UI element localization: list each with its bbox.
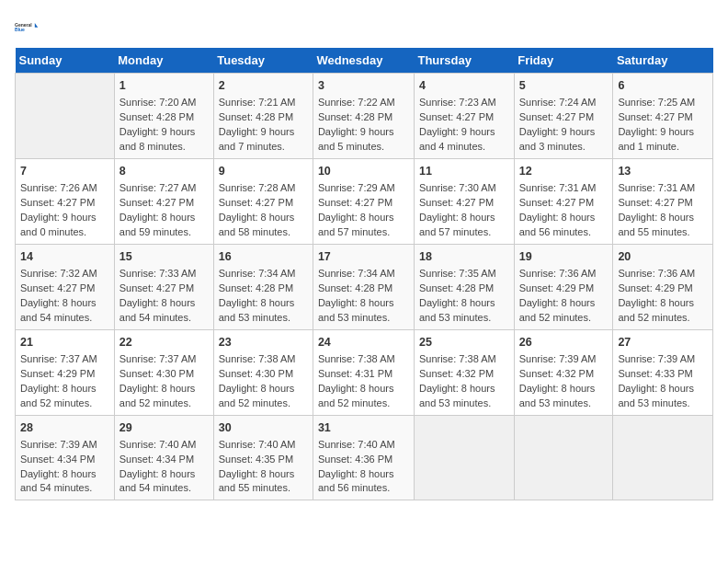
weekday-header-row: SundayMondayTuesdayWednesdayThursdayFrid… [16,48,713,74]
calendar-cell: 7Sunrise: 7:26 AM Sunset: 4:27 PM Daylig… [16,158,115,244]
calendar-cell: 4Sunrise: 7:23 AM Sunset: 4:27 PM Daylig… [414,74,514,159]
day-info: Sunrise: 7:21 AM Sunset: 4:28 PM Dayligh… [219,96,308,155]
logo-icon: GeneralBlue [15,15,40,40]
calendar-cell: 17Sunrise: 7:34 AM Sunset: 4:28 PM Dayli… [313,244,414,329]
day-info: Sunrise: 7:36 AM Sunset: 4:29 PM Dayligh… [618,267,708,326]
day-number: 30 [219,419,308,436]
day-info: Sunrise: 7:35 AM Sunset: 4:28 PM Dayligh… [419,267,509,326]
calendar-cell: 15Sunrise: 7:33 AM Sunset: 4:27 PM Dayli… [114,244,213,329]
day-info: Sunrise: 7:30 AM Sunset: 4:27 PM Dayligh… [419,181,509,240]
calendar-cell: 24Sunrise: 7:38 AM Sunset: 4:31 PM Dayli… [313,329,414,415]
day-number: 20 [618,248,708,265]
calendar-week-row: 21Sunrise: 7:37 AM Sunset: 4:29 PM Dayli… [16,329,713,415]
day-number: 5 [519,77,609,94]
day-number: 19 [519,248,609,265]
day-info: Sunrise: 7:20 AM Sunset: 4:28 PM Dayligh… [119,96,209,155]
day-number: 9 [219,163,308,179]
day-number: 22 [119,334,209,350]
calendar-cell: 22Sunrise: 7:37 AM Sunset: 4:30 PM Dayli… [114,329,213,415]
calendar-cell: 21Sunrise: 7:37 AM Sunset: 4:29 PM Dayli… [16,329,115,415]
calendar-cell: 1Sunrise: 7:20 AM Sunset: 4:28 PM Daylig… [114,74,213,159]
calendar-cell: 30Sunrise: 7:40 AM Sunset: 4:35 PM Dayli… [213,415,313,500]
calendar-cell: 10Sunrise: 7:29 AM Sunset: 4:27 PM Dayli… [313,158,414,244]
day-number: 8 [119,163,209,179]
day-number: 31 [318,419,409,436]
day-info: Sunrise: 7:39 AM Sunset: 4:34 PM Dayligh… [20,438,109,497]
calendar-cell: 2Sunrise: 7:21 AM Sunset: 4:28 PM Daylig… [213,74,313,159]
calendar-cell: 28Sunrise: 7:39 AM Sunset: 4:34 PM Dayli… [16,415,115,500]
svg-marker-2 [35,23,38,28]
calendar-cell: 12Sunrise: 7:31 AM Sunset: 4:27 PM Dayli… [514,158,613,244]
calendar-table: SundayMondayTuesdayWednesdayThursdayFrid… [15,48,713,500]
calendar-week-row: 14Sunrise: 7:32 AM Sunset: 4:27 PM Dayli… [16,244,713,329]
calendar-cell: 31Sunrise: 7:40 AM Sunset: 4:36 PM Dayli… [313,415,414,500]
day-number: 7 [20,163,109,179]
calendar-cell: 5Sunrise: 7:24 AM Sunset: 4:27 PM Daylig… [514,74,613,159]
day-number: 17 [318,248,409,265]
day-number: 29 [119,419,209,436]
day-number: 25 [419,334,509,350]
calendar-cell: 19Sunrise: 7:36 AM Sunset: 4:29 PM Dayli… [514,244,613,329]
calendar-cell: 3Sunrise: 7:22 AM Sunset: 4:28 PM Daylig… [313,74,414,159]
day-number: 24 [318,334,409,350]
day-number: 6 [618,77,708,94]
page-header: GeneralBlue [15,15,713,40]
day-info: Sunrise: 7:23 AM Sunset: 4:27 PM Dayligh… [419,96,509,155]
calendar-cell: 13Sunrise: 7:31 AM Sunset: 4:27 PM Dayli… [613,158,713,244]
day-number: 28 [20,419,109,436]
day-number: 14 [20,248,109,265]
day-info: Sunrise: 7:28 AM Sunset: 4:27 PM Dayligh… [219,181,308,240]
day-number: 21 [20,334,109,350]
svg-text:Blue: Blue [15,27,25,32]
weekday-header-thursday: Thursday [414,48,514,74]
calendar-week-row: 1Sunrise: 7:20 AM Sunset: 4:28 PM Daylig… [16,74,713,159]
calendar-cell: 29Sunrise: 7:40 AM Sunset: 4:34 PM Dayli… [114,415,213,500]
calendar-cell: 6Sunrise: 7:25 AM Sunset: 4:27 PM Daylig… [613,74,713,159]
day-number: 1 [119,77,209,94]
calendar-cell: 18Sunrise: 7:35 AM Sunset: 4:28 PM Dayli… [414,244,514,329]
day-info: Sunrise: 7:25 AM Sunset: 4:27 PM Dayligh… [618,96,708,155]
weekday-header-saturday: Saturday [613,48,713,74]
day-info: Sunrise: 7:34 AM Sunset: 4:28 PM Dayligh… [318,267,409,326]
calendar-cell: 16Sunrise: 7:34 AM Sunset: 4:28 PM Dayli… [213,244,313,329]
day-number: 11 [419,163,509,179]
weekday-header-monday: Monday [114,48,213,74]
day-number: 10 [318,163,409,179]
day-number: 4 [419,77,509,94]
day-info: Sunrise: 7:24 AM Sunset: 4:27 PM Dayligh… [519,96,609,155]
calendar-cell: 23Sunrise: 7:38 AM Sunset: 4:30 PM Dayli… [213,329,313,415]
calendar-cell: 14Sunrise: 7:32 AM Sunset: 4:27 PM Dayli… [16,244,115,329]
calendar-cell: 25Sunrise: 7:38 AM Sunset: 4:32 PM Dayli… [414,329,514,415]
day-number: 12 [519,163,609,179]
day-info: Sunrise: 7:31 AM Sunset: 4:27 PM Dayligh… [618,181,708,240]
weekday-header-sunday: Sunday [16,48,115,74]
day-number: 13 [618,163,708,179]
calendar-cell: 20Sunrise: 7:36 AM Sunset: 4:29 PM Dayli… [613,244,713,329]
day-info: Sunrise: 7:29 AM Sunset: 4:27 PM Dayligh… [318,181,409,240]
day-info: Sunrise: 7:31 AM Sunset: 4:27 PM Dayligh… [519,181,609,240]
day-number: 27 [618,334,708,350]
day-info: Sunrise: 7:33 AM Sunset: 4:27 PM Dayligh… [119,267,209,326]
day-info: Sunrise: 7:40 AM Sunset: 4:34 PM Dayligh… [119,438,209,497]
day-info: Sunrise: 7:34 AM Sunset: 4:28 PM Dayligh… [219,267,308,326]
day-number: 18 [419,248,509,265]
day-number: 23 [219,334,308,350]
weekday-header-friday: Friday [514,48,613,74]
day-info: Sunrise: 7:36 AM Sunset: 4:29 PM Dayligh… [519,267,609,326]
day-number: 16 [219,248,308,265]
day-info: Sunrise: 7:37 AM Sunset: 4:29 PM Dayligh… [20,352,109,411]
calendar-cell: 11Sunrise: 7:30 AM Sunset: 4:27 PM Dayli… [414,158,514,244]
day-info: Sunrise: 7:37 AM Sunset: 4:30 PM Dayligh… [119,352,209,411]
day-info: Sunrise: 7:22 AM Sunset: 4:28 PM Dayligh… [318,96,409,155]
day-number: 15 [119,248,209,265]
calendar-cell: 26Sunrise: 7:39 AM Sunset: 4:32 PM Dayli… [514,329,613,415]
calendar-cell [514,415,613,500]
calendar-cell: 8Sunrise: 7:27 AM Sunset: 4:27 PM Daylig… [114,158,213,244]
day-info: Sunrise: 7:27 AM Sunset: 4:27 PM Dayligh… [119,181,209,240]
calendar-week-row: 7Sunrise: 7:26 AM Sunset: 4:27 PM Daylig… [16,158,713,244]
day-number: 2 [219,77,308,94]
calendar-cell [16,74,115,159]
day-number: 26 [519,334,609,350]
calendar-cell: 27Sunrise: 7:39 AM Sunset: 4:33 PM Dayli… [613,329,713,415]
day-info: Sunrise: 7:39 AM Sunset: 4:33 PM Dayligh… [618,352,708,411]
